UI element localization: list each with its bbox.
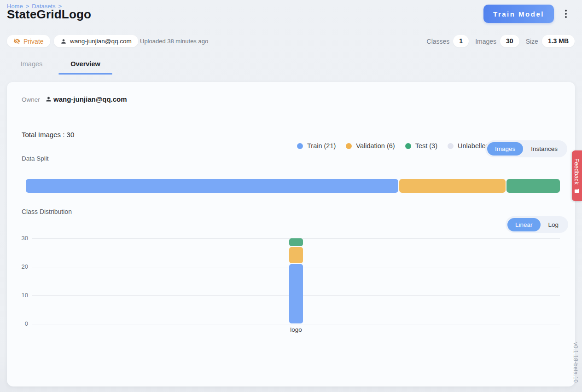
chart-gridline — [32, 324, 560, 324]
feedback-chat-icon — [575, 188, 580, 193]
dataset-stats: Classes1Images30Size1.3 MB — [427, 35, 575, 47]
feedback-tab-inner: Feedback — [572, 150, 582, 201]
stat-label: Images — [475, 38, 496, 45]
tab-images[interactable]: Images — [5, 54, 58, 74]
images-instances-toggle: ImagesInstances — [485, 140, 567, 157]
stat-label: Size — [526, 38, 538, 45]
legend-dot-icon — [346, 143, 352, 149]
legend-item-test: Test (3) — [405, 142, 437, 150]
stat-label: Classes — [427, 38, 450, 45]
toggle-option-images[interactable]: Images — [487, 142, 523, 156]
page-title: StateGridLogo — [7, 7, 91, 22]
tab-overview[interactable]: Overview — [58, 54, 112, 74]
more-options-button[interactable] — [561, 6, 571, 22]
kebab-dot-icon — [565, 16, 567, 18]
overview-card: Owner wang-junjian@qq.com Total Images :… — [7, 82, 575, 386]
stat-images: Images30 — [475, 35, 519, 47]
split-segment-train — [26, 179, 398, 193]
split-legend: Train (21)Validation (6)Test (3)Unlabell… — [297, 142, 499, 150]
owner-badge: wang-junjian@qq.com — [54, 35, 138, 47]
x-axis-category-label: logo — [275, 326, 317, 333]
split-segment-validation — [399, 179, 506, 193]
data-split-label: Data Split — [22, 155, 49, 162]
person-icon — [45, 96, 52, 103]
stat-value-pill: 1.3 MB — [542, 35, 575, 47]
legend-label: Test (3) — [415, 142, 437, 150]
owner-email-value: wang-junjian@qq.com — [53, 95, 127, 103]
y-axis-tick-label: 0 — [7, 320, 28, 327]
stat-value-pill: 1 — [453, 35, 469, 47]
kebab-dot-icon — [565, 13, 567, 15]
legend-dot-icon — [297, 143, 303, 149]
toggle-option-instances[interactable]: Instances — [523, 142, 565, 156]
app-version: v0.1.18-beta.10 — [572, 342, 579, 383]
legend-label: Validation (6) — [356, 142, 395, 150]
stat-size: Size1.3 MB — [526, 35, 575, 47]
legend-dot-icon — [405, 143, 411, 149]
y-axis-tick-label: 20 — [7, 263, 28, 270]
stat-classes: Classes1 — [427, 35, 469, 47]
data-split-bar — [26, 179, 560, 193]
uploaded-time: Uploaded 38 minutes ago — [140, 38, 208, 45]
split-segment-test — [506, 179, 560, 193]
tab-bar: ImagesOverview — [5, 54, 112, 74]
legend-item-train: Train (21) — [297, 142, 336, 150]
y-axis-tick-label: 10 — [7, 292, 28, 299]
kebab-dot-icon — [565, 10, 567, 12]
stat-value-pill: 30 — [500, 35, 519, 47]
feedback-label: Feedback — [574, 158, 581, 184]
legend-item-validation: Validation (6) — [346, 142, 395, 150]
owner-label: Owner — [22, 96, 40, 103]
toggle-option-linear[interactable]: Linear — [507, 218, 541, 231]
linear-log-toggle: LinearLog — [506, 216, 568, 233]
legend-dot-icon — [448, 143, 454, 149]
class-distribution-label: Class Distribution — [22, 208, 72, 215]
legend-label: Train (21) — [307, 142, 336, 150]
y-axis-tick-label: 30 — [7, 235, 28, 242]
privacy-label: Private — [23, 38, 44, 45]
train-model-button[interactable]: Train Model — [483, 5, 554, 23]
person-icon — [60, 38, 67, 45]
total-images-text: Total Images : 30 — [22, 131, 74, 138]
bar-segment-train — [289, 264, 303, 323]
active-tab-indicator — [58, 73, 112, 75]
owner-email: wang-junjian@qq.com — [70, 38, 132, 45]
bar-segment-test — [289, 238, 303, 246]
toggle-option-log[interactable]: Log — [541, 218, 567, 231]
feedback-tab[interactable]: Feedback — [572, 150, 582, 201]
bar-segment-validation — [289, 247, 303, 263]
visibility-off-icon — [13, 38, 20, 45]
privacy-badge: Private — [7, 35, 50, 47]
